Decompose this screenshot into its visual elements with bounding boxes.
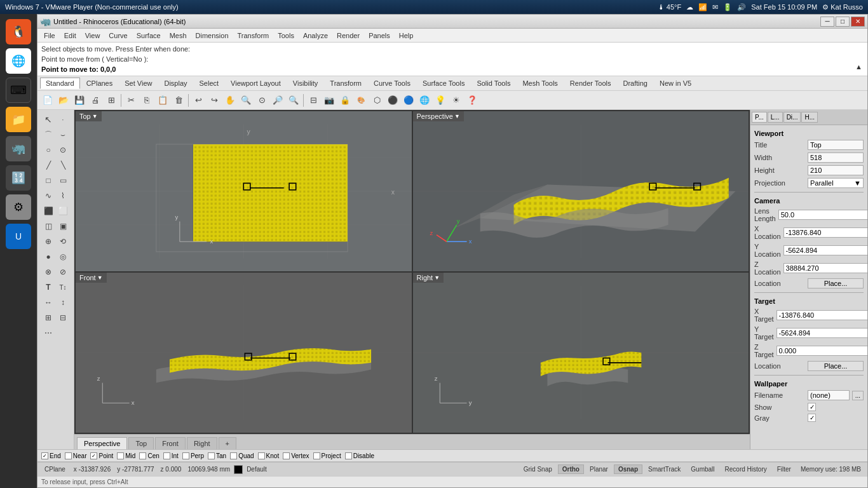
- viewport-perspective[interactable]: Perspective ▼ x y: [413, 111, 749, 271]
- sidebar-icon-calc[interactable]: 🔢: [6, 165, 31, 191]
- rp-btn-place-target[interactable]: Place...: [808, 361, 864, 371]
- snap-quad[interactable]: Quad: [230, 452, 254, 459]
- close-button[interactable]: ✕: [851, 17, 865, 27]
- tool-3d3[interactable]: ◫: [41, 219, 55, 233]
- menu-help[interactable]: Help: [395, 30, 417, 41]
- tb-cut[interactable]: ✂: [123, 93, 139, 108]
- tool-rect[interactable]: □: [41, 173, 55, 187]
- vp-tab-front[interactable]: Front: [155, 437, 186, 449]
- tab-visibility[interactable]: Visibility: [287, 78, 324, 89]
- sidebar-icon-chrome[interactable]: 🌐: [6, 48, 31, 74]
- tb-delete[interactable]: 🗑: [171, 93, 186, 108]
- menu-panels[interactable]: Panels: [365, 30, 394, 41]
- snap-mid[interactable]: Mid: [117, 452, 135, 459]
- tool-move2[interactable]: ⟲: [56, 234, 70, 248]
- rp-input-yloc[interactable]: [783, 245, 867, 255]
- vp-tab-right[interactable]: Right: [187, 437, 217, 449]
- rhino-win-buttons[interactable]: ─ □ ✕: [820, 17, 865, 27]
- tool-line1[interactable]: ╱: [41, 158, 55, 172]
- sidebar-icon-files[interactable]: 📁: [6, 107, 31, 132]
- viewport-arrow-top[interactable]: ▼: [92, 113, 98, 119]
- sidebar-icon-ubuntu[interactable]: 🐧: [6, 19, 31, 44]
- rp-input-zloc[interactable]: [783, 263, 867, 273]
- snap-disable[interactable]: Disable: [345, 452, 374, 459]
- snap-vertex[interactable]: Vertex: [283, 452, 309, 459]
- snap-tan[interactable]: Tan: [208, 452, 226, 459]
- viewport-front[interactable]: Front ▼ x z: [76, 273, 412, 433]
- rp-input-xloc[interactable]: [783, 227, 867, 238]
- rp-input-lens[interactable]: [778, 210, 867, 220]
- rp-btn-browse-wallpaper[interactable]: ...: [852, 391, 864, 400]
- menu-transform[interactable]: Transform: [234, 30, 273, 41]
- tool-sphere2[interactable]: ◎: [56, 250, 70, 264]
- tb-lock[interactable]: 🔒: [337, 93, 353, 108]
- tb-cut-view[interactable]: ⊞: [104, 93, 119, 108]
- viewport-arrow-perspective[interactable]: ▼: [454, 113, 460, 119]
- tb-pan[interactable]: ✋: [222, 93, 238, 108]
- tb-help[interactable]: ❓: [465, 93, 480, 108]
- tb-paste[interactable]: 📋: [155, 93, 170, 108]
- statusbar-layer[interactable]: Default: [244, 466, 269, 473]
- tb-render[interactable]: 🌐: [417, 93, 432, 108]
- viewport-header-front[interactable]: Front ▼: [76, 273, 107, 283]
- snap-perp[interactable]: Perp: [182, 452, 204, 459]
- sidebar-icon-rhino[interactable]: 🦏: [6, 136, 31, 161]
- vp-tab-add[interactable]: +: [219, 437, 236, 449]
- tool-3d1[interactable]: ⬛: [41, 204, 55, 218]
- tool-rect2[interactable]: ▭: [56, 173, 70, 187]
- rp-tab-properties[interactable]: P...: [752, 112, 767, 123]
- tab-render-tools[interactable]: Render Tools: [564, 78, 617, 89]
- rp-projection-arrow[interactable]: ▼: [854, 179, 861, 187]
- menu-view[interactable]: View: [81, 30, 104, 41]
- tb-zoom-extents[interactable]: ⊙: [254, 93, 269, 108]
- statusbar-cplane[interactable]: CPlane: [40, 464, 70, 474]
- statusbar-planar[interactable]: Planar: [585, 464, 613, 474]
- menu-edit[interactable]: Edit: [60, 30, 80, 41]
- snap-cen[interactable]: Cen: [139, 452, 159, 459]
- tool-misc2[interactable]: ⊘: [56, 265, 70, 279]
- rp-input-ytarget[interactable]: [776, 328, 867, 338]
- rp-input-xtarget[interactable]: [776, 310, 867, 320]
- tb-zoom-out[interactable]: 🔍: [286, 93, 301, 108]
- tb-save[interactable]: 💾: [72, 93, 87, 108]
- tool-move[interactable]: ⊕: [41, 234, 55, 248]
- snap-end[interactable]: ✓ End: [41, 452, 61, 459]
- rp-tab-help[interactable]: H...: [801, 112, 818, 123]
- tb-open[interactable]: 📂: [56, 93, 71, 108]
- tool-text[interactable]: T: [41, 280, 55, 294]
- tool-curve2[interactable]: ⌇: [56, 189, 70, 203]
- tb-redo[interactable]: ↪: [207, 93, 222, 108]
- viewport-arrow-front[interactable]: ▼: [97, 274, 103, 281]
- tb-new[interactable]: 📄: [40, 93, 55, 108]
- vp-tab-perspective[interactable]: Perspective: [77, 437, 127, 449]
- rp-tab-display[interactable]: Di...: [783, 112, 801, 123]
- tool-grid2[interactable]: ⊟: [56, 311, 70, 325]
- menu-curve[interactable]: Curve: [105, 30, 131, 41]
- tb-color1[interactable]: 🎨: [353, 93, 369, 108]
- viewport-header-right[interactable]: Right ▼: [413, 273, 444, 283]
- snap-project[interactable]: Project: [313, 452, 341, 459]
- tb-color3[interactable]: ⚫: [385, 93, 400, 108]
- tool-dim2[interactable]: ↕: [56, 295, 70, 309]
- statusbar-osnap[interactable]: Osnap: [614, 464, 642, 474]
- menu-surface[interactable]: Surface: [133, 30, 165, 41]
- tab-cplanes[interactable]: CPlanes: [81, 78, 119, 89]
- tool-arc2[interactable]: ⌣: [56, 128, 70, 142]
- tab-curve-tools[interactable]: Curve Tools: [368, 78, 416, 89]
- command-input[interactable]: Point to move to: 0,0,0: [41, 64, 864, 74]
- tool-dot[interactable]: ·: [56, 112, 70, 126]
- menu-render[interactable]: Render: [333, 30, 363, 41]
- tab-surface-tools[interactable]: Surface Tools: [417, 78, 470, 89]
- minimize-button[interactable]: ─: [820, 17, 834, 27]
- rp-checkbox-gray[interactable]: ✓: [808, 414, 816, 422]
- tool-more[interactable]: ⋯: [41, 326, 55, 340]
- command-scrollbar[interactable]: ▲: [855, 63, 862, 71]
- viewport-header-perspective[interactable]: Perspective ▼: [413, 111, 464, 121]
- viewport-top[interactable]: Top ▼ x: [76, 111, 412, 271]
- rp-checkbox-show[interactable]: ✓: [808, 403, 816, 411]
- rp-btn-place-camera[interactable]: Place...: [808, 278, 864, 288]
- viewport-header-top[interactable]: Top ▼: [76, 111, 102, 121]
- statusbar-filter[interactable]: Filter: [773, 464, 796, 474]
- vp-tab-top[interactable]: Top: [128, 437, 154, 449]
- tab-transform[interactable]: Transform: [324, 78, 367, 89]
